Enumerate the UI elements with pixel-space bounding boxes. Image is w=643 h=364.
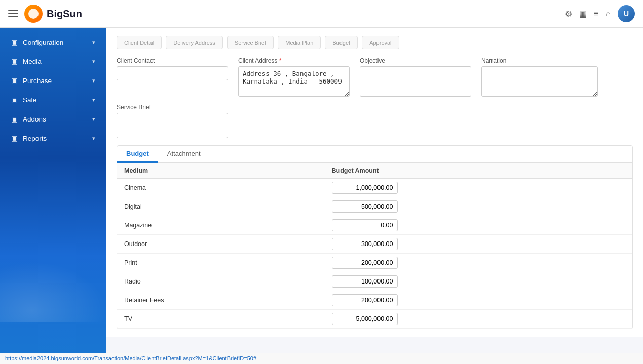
amount-cell <box>325 197 632 216</box>
sidebar-item-sale[interactable]: ▣ Sale ▾ <box>3 91 103 109</box>
client-contact-group: Client Contact Master - 1234 <box>117 57 228 80</box>
settings-icon[interactable]: ⚙ <box>565 9 572 19</box>
medium-cell: Outdoor <box>117 235 325 254</box>
budget-amount-input[interactable] <box>332 200 398 213</box>
home-icon[interactable]: ⌂ <box>606 9 611 18</box>
chevron-down-icon: ▾ <box>92 77 95 84</box>
amount-cell <box>325 254 632 272</box>
medium-cell: Retainer Fees <box>117 291 325 310</box>
col-budget-amount: Budget Amount <box>325 163 632 179</box>
top-tab-6[interactable]: Approval <box>362 36 399 49</box>
service-brief-input[interactable] <box>117 113 228 138</box>
medium-cell: Cinema <box>117 179 325 197</box>
chevron-down-icon: ▾ <box>92 135 95 142</box>
budget-tab-bar: Budget Attachment <box>117 146 632 163</box>
sidebar: ▣ Configuration ▾ ▣ Media ▾ ▣ Purchase ▾… <box>0 28 106 353</box>
amount-cell <box>325 291 632 310</box>
sidebar-item-addons[interactable]: ▣ Addons ▾ <box>3 110 103 128</box>
table-row: Retainer Fees <box>117 291 632 310</box>
amount-cell <box>325 272 632 291</box>
logo: BigSun <box>24 5 82 23</box>
objective-input[interactable] <box>360 66 471 97</box>
sidebar-label-sale: Sale <box>23 96 36 104</box>
chevron-down-icon: ▾ <box>92 97 95 103</box>
budget-amount-input[interactable] <box>332 182 398 194</box>
sidebar-label-reports: Reports <box>23 135 47 142</box>
chevron-down-icon: ▾ <box>92 116 95 123</box>
purchase-icon: ▣ <box>11 76 18 85</box>
topbar: BigSun ⚙ ▦ ≡ ⌂ U <box>0 0 643 28</box>
narration-input[interactable] <box>481 66 598 97</box>
budget-amount-input[interactable] <box>332 294 398 306</box>
form-row-2: Service Brief <box>117 104 633 138</box>
sidebar-item-configuration[interactable]: ▣ Configuration ▾ <box>3 33 103 51</box>
list-icon[interactable]: ≡ <box>594 9 598 18</box>
tab-budget[interactable]: Budget <box>117 146 158 163</box>
client-contact-label: Client Contact <box>117 57 228 64</box>
medium-cell: Radio <box>117 272 325 291</box>
table-row: Digital <box>117 197 632 216</box>
table-row: Outdoor <box>117 235 632 254</box>
chevron-down-icon: ▾ <box>92 58 95 65</box>
table-row: TV <box>117 310 632 329</box>
chevron-down-icon: ▾ <box>92 39 95 46</box>
amount-cell <box>325 179 632 197</box>
sidebar-item-reports[interactable]: ▣ Reports ▾ <box>3 129 103 147</box>
objective-label: Objective <box>360 57 471 64</box>
top-tabs-row: Client Detail Delivery Address Service B… <box>117 36 633 49</box>
budget-amount-input[interactable] <box>332 219 398 231</box>
service-brief-group: Service Brief <box>117 104 228 138</box>
budget-amount-input[interactable] <box>332 313 398 325</box>
tab-attachment[interactable]: Attachment <box>158 146 210 163</box>
service-brief-label: Service Brief <box>117 104 228 111</box>
amount-cell <box>325 235 632 254</box>
required-marker: * <box>279 57 282 64</box>
top-tab-3[interactable]: Service Brief <box>227 36 274 49</box>
budget-amount-input[interactable] <box>332 257 398 269</box>
medium-cell: Magazine <box>117 216 325 235</box>
statusbar: https://media2024.bigsunworld.com/Transa… <box>0 353 643 364</box>
col-medium: Medium <box>117 163 325 179</box>
table-row: Magazine <box>117 216 632 235</box>
client-address-group: Client Address * Address-36 , Bangalore … <box>238 57 350 97</box>
topbar-left: BigSun <box>8 5 82 23</box>
media-icon: ▣ <box>11 57 18 65</box>
sidebar-label-configuration: Configuration <box>23 38 63 46</box>
objective-group: Objective <box>360 57 471 97</box>
app-name: BigSun <box>47 8 82 20</box>
table-row: Cinema <box>117 179 632 197</box>
narration-group: Narration <box>481 57 598 97</box>
budget-section: Budget Attachment Medium Budget Amount C… <box>117 145 633 329</box>
main-content: Client Detail Delivery Address Service B… <box>106 28 643 353</box>
amount-cell <box>325 216 632 235</box>
topbar-right: ⚙ ▦ ≡ ⌂ U <box>565 5 635 22</box>
client-contact-input[interactable]: Master - 1234 <box>117 66 228 80</box>
user-avatar[interactable]: U <box>618 5 635 22</box>
sidebar-item-media[interactable]: ▣ Media ▾ <box>3 52 103 70</box>
menu-toggle-button[interactable] <box>8 10 18 17</box>
sidebar-item-purchase[interactable]: ▣ Purchase ▾ <box>3 71 103 90</box>
top-tab-5[interactable]: Budget <box>325 36 358 49</box>
budget-amount-input[interactable] <box>332 238 398 250</box>
grid-icon[interactable]: ▦ <box>579 9 587 19</box>
amount-cell <box>325 310 632 329</box>
top-tab-4[interactable]: Media Plan <box>278 36 321 49</box>
configuration-icon: ▣ <box>11 38 18 46</box>
medium-cell: TV <box>117 310 325 329</box>
status-url: https://media2024.bigsunworld.com/Transa… <box>5 355 256 361</box>
sidebar-label-addons: Addons <box>23 115 46 123</box>
layout: ▣ Configuration ▾ ▣ Media ▾ ▣ Purchase ▾… <box>0 28 643 353</box>
top-tab-1[interactable]: Client Detail <box>117 36 162 49</box>
client-address-input[interactable]: Address-36 , Bangalore , Karnataka , Ind… <box>238 66 350 97</box>
logo-icon <box>24 5 43 23</box>
table-row: Radio <box>117 272 632 291</box>
client-address-label: Client Address * <box>238 57 350 64</box>
addons-icon: ▣ <box>11 115 18 123</box>
top-tab-2[interactable]: Delivery Address <box>166 36 223 49</box>
budget-table: Medium Budget Amount Cinema Digital Maga… <box>117 163 632 329</box>
medium-cell: Print <box>117 254 325 272</box>
table-row: Print <box>117 254 632 272</box>
sale-icon: ▣ <box>11 96 18 104</box>
budget-amount-input[interactable] <box>332 275 398 288</box>
narration-label: Narration <box>481 57 598 64</box>
